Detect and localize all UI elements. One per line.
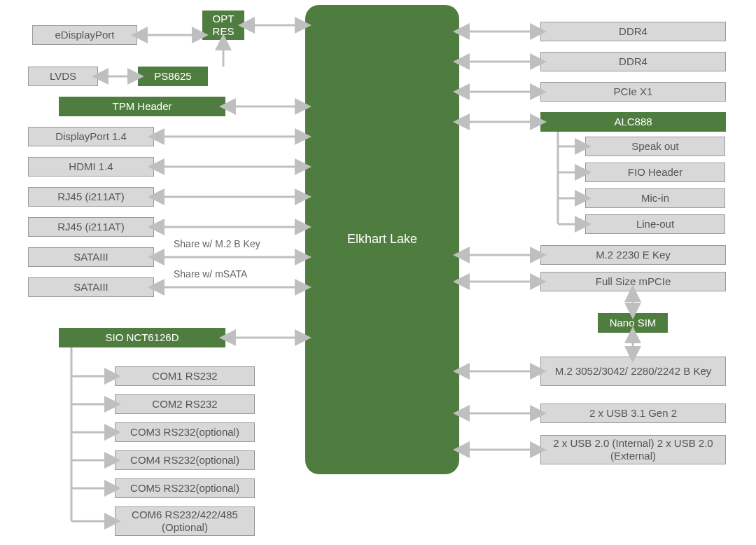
lvds-box: LVDS	[28, 67, 98, 86]
ddr4-a-box: DDR4	[540, 22, 726, 41]
pcie-x1-box: PCIe X1	[540, 82, 726, 102]
rj45-a-box: RJ45 (i211AT)	[28, 187, 154, 207]
share-m2-note: Share w/ M.2 B Key	[174, 238, 260, 249]
usb20-box: 2 x USB 2.0 (Internal) 2 x USB 2.0 (Exte…	[540, 435, 726, 464]
share-msata-note: Share w/ mSATA	[174, 268, 247, 280]
com3-box: COM3 RS232(optional)	[115, 422, 255, 442]
com1-box: COM1 RS232	[115, 366, 255, 386]
usb31-box: 2 x USB 3.1 Gen 2	[540, 403, 726, 423]
hdmi14-box: HDMI 1.4	[28, 157, 154, 177]
displayport14-box: DisplayPort 1.4	[28, 127, 154, 146]
com4-box: COM4 RS232(optional)	[115, 450, 255, 470]
opt-res-box: OPT RES	[202, 11, 244, 40]
nanosim-box: Nano SIM	[598, 313, 668, 333]
m2-b-key-box: M.2 3052/3042/ 2280/2242 B Key	[540, 357, 726, 386]
ddr4-b-box: DDR4	[540, 52, 726, 71]
speakout-box: Speak out	[585, 137, 725, 156]
fioheader-box: FIO Header	[585, 163, 725, 182]
micin-box: Mic-in	[585, 188, 725, 208]
sata2-box: SATAIII	[28, 277, 154, 297]
lineout-box: Line-out	[585, 214, 725, 234]
com2-box: COM2 RS232	[115, 394, 255, 414]
edisplayport-box: eDisplayPort	[32, 25, 137, 45]
mpcie-box: Full Size mPCIe	[540, 272, 726, 291]
com5-box: COM5 RS232(optional)	[115, 478, 255, 498]
ps8625-box: PS8625	[138, 67, 208, 86]
com6-box: COM6 RS232/422/485 (Optional)	[115, 506, 255, 536]
tpm-header-box: TPM Header	[59, 97, 225, 116]
alc888-box: ALC888	[540, 112, 726, 132]
m2-e-key-box: M.2 2230 E Key	[540, 245, 726, 265]
rj45-b-box: RJ45 (i211AT)	[28, 217, 154, 237]
sata1-box: SATAIII	[28, 247, 154, 267]
sio-box: SIO NCT6126D	[59, 328, 225, 347]
cpu-box: Elkhart Lake	[305, 5, 459, 474]
